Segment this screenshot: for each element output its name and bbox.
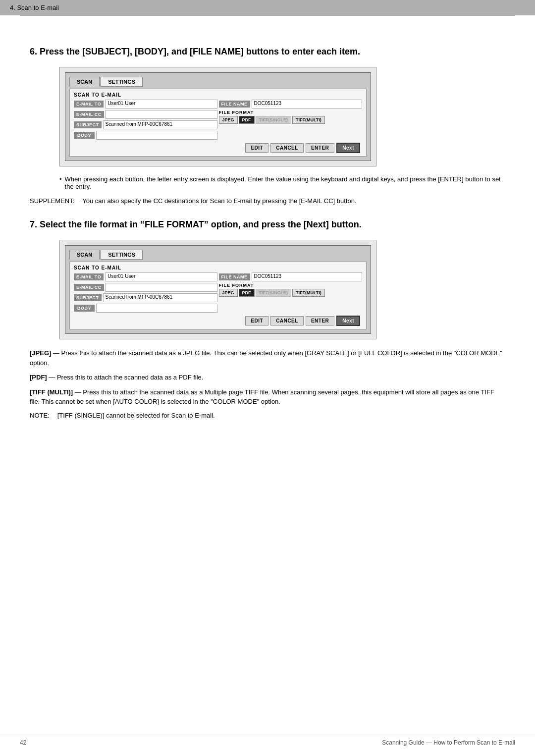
bullet-point-1: •	[59, 175, 62, 190]
step6-form-title: SCAN TO E-MAIL	[74, 92, 362, 98]
pdf-btn-1[interactable]: PDF	[239, 116, 255, 124]
guide-text: Scanning Guide — How to Perform Scan to …	[382, 739, 515, 746]
step7-form-right: FILE NAME DOC051123 FILE FORMAT JPEG PDF…	[219, 272, 363, 313]
step6-form-area: SCAN TO E-MAIL E-MAIL TO User01 User E-M…	[69, 89, 367, 157]
email-to-label-1: E-MAIL TO	[74, 101, 104, 108]
page-number: 42	[20, 739, 26, 746]
step6-tab-row: SCAN SETTINGS	[69, 77, 367, 87]
file-name-input-2[interactable]: DOC051123	[252, 272, 363, 281]
supplement-label: SUPPLEMENT:	[30, 197, 74, 205]
format-buttons-2: JPEG PDF TIFF(SINGLE) TIFF(MULTI)	[219, 289, 363, 297]
subject-row-2: SUBJECT Scanned from MFP-00C67861	[74, 293, 217, 302]
step6-form-left: E-MAIL TO User01 User E-MAIL CC SUBJECT …	[74, 100, 217, 140]
pdf-description: [PDF] — Press this to attach the scanned…	[30, 373, 505, 382]
tiff-text: — Press this to attach the scanned data …	[30, 388, 494, 406]
subject-row-1: SUBJECT Scanned from MFP-00C67861	[74, 120, 217, 129]
tab-settings-1[interactable]: SETTINGS	[101, 77, 143, 87]
next-btn-1[interactable]: Next	[336, 143, 360, 153]
email-cc-input-1[interactable]	[106, 110, 217, 119]
step7-panel-inner: SCAN SETTINGS SCAN TO E-MAIL E-MAIL TO U…	[65, 245, 371, 334]
file-name-label-2: FILE NAME	[219, 273, 250, 280]
file-name-row-1: FILE NAME DOC051123	[219, 100, 363, 108]
subject-input-2[interactable]: Scanned from MFP-00C67861	[103, 293, 217, 302]
file-format-label-1: FILE FORMAT	[219, 110, 363, 115]
tab-settings-2[interactable]: SETTINGS	[101, 250, 143, 260]
step7-form-grid: E-MAIL TO User01 User E-MAIL CC SUBJECT …	[74, 272, 362, 313]
note-label: NOTE:	[30, 412, 50, 419]
body-input-1[interactable]	[96, 131, 217, 140]
step7-panel: SCAN SETTINGS SCAN TO E-MAIL E-MAIL TO U…	[59, 240, 376, 339]
body-label-1: BODY	[74, 132, 95, 139]
step6-form-grid: E-MAIL TO User01 User E-MAIL CC SUBJECT …	[74, 100, 362, 140]
enter-btn-1[interactable]: ENTER	[306, 143, 334, 153]
header-label: 4. Scan to E-mail	[10, 4, 59, 11]
tiff-key: [TIFF (MULTI)]	[30, 388, 73, 396]
step7-tab-row: SCAN SETTINGS	[69, 250, 367, 260]
edit-btn-2[interactable]: EDIT	[245, 316, 268, 325]
format-buttons-1: JPEG PDF TIFF(SINGLE) TIFF(MULTI)	[219, 116, 363, 124]
bullet-text-1: When pressing each button, the letter en…	[65, 175, 505, 190]
subject-input-1[interactable]: Scanned from MFP-00C67861	[103, 120, 217, 129]
step6-form-right: FILE NAME DOC051123 FILE FORMAT JPEG PDF…	[219, 100, 363, 140]
subject-label-1: SUBJECT	[74, 121, 102, 128]
file-format-section-2: FILE FORMAT JPEG PDF TIFF(SINGLE) TIFF(M…	[219, 283, 363, 297]
step7-form-area: SCAN TO E-MAIL E-MAIL TO User01 User E-M…	[69, 262, 367, 329]
header-bar: 4. Scan to E-mail	[0, 0, 535, 15]
body-row-2: BODY	[74, 304, 217, 313]
edit-btn-1[interactable]: EDIT	[245, 143, 268, 153]
email-to-label-2: E-MAIL TO	[74, 273, 104, 280]
cancel-btn-2[interactable]: CANCEL	[270, 316, 304, 325]
top-divider	[20, 15, 515, 16]
jpeg-description: [JPEG] — Press this to attach the scanne…	[30, 348, 505, 368]
tiff-multi-btn-2[interactable]: TIFF(MULTI)	[292, 289, 325, 297]
step7-form-title: SCAN TO E-MAIL	[74, 265, 362, 270]
step6-panel: SCAN SETTINGS SCAN TO E-MAIL E-MAIL TO U…	[59, 67, 376, 166]
step7-heading: 7. Select the file format in “FILE FORMA…	[30, 218, 505, 231]
main-content: 6. Press the [SUBJECT], [BODY], and [FIL…	[0, 31, 535, 449]
supplement-block: SUPPLEMENT: You can also specify the CC …	[30, 197, 505, 205]
jpeg-btn-1[interactable]: JPEG	[219, 116, 238, 124]
tiff-single-btn-1[interactable]: TIFF(SINGLE)	[256, 116, 292, 124]
file-format-section-1: FILE FORMAT JPEG PDF TIFF(SINGLE) TIFF(M…	[219, 110, 363, 124]
pdf-key: [PDF]	[30, 374, 47, 381]
tab-scan-1[interactable]: SCAN	[69, 77, 100, 87]
email-cc-label-2: E-MAIL CC	[74, 284, 104, 291]
cancel-btn-1[interactable]: CANCEL	[270, 143, 304, 153]
file-name-input-1[interactable]: DOC051123	[252, 100, 363, 108]
step6-heading: 6. Press the [SUBJECT], [BODY], and [FIL…	[30, 46, 505, 58]
pdf-text: — Press this to attach the scanned data …	[49, 374, 203, 381]
next-btn-2[interactable]: Next	[336, 316, 360, 326]
email-cc-input-2[interactable]	[106, 283, 217, 292]
enter-btn-2[interactable]: ENTER	[306, 316, 334, 325]
email-to-input-1[interactable]: User01 User	[105, 100, 217, 108]
email-to-row-1: E-MAIL TO User01 User	[74, 100, 217, 108]
jpeg-btn-2[interactable]: JPEG	[219, 289, 238, 297]
tiff-description: [TIFF (MULTI)] — Press this to attach th…	[30, 387, 505, 407]
step7-form-left: E-MAIL TO User01 User E-MAIL CC SUBJECT …	[74, 272, 217, 313]
tiff-multi-btn-1[interactable]: TIFF(MULTI)	[292, 116, 325, 124]
email-to-input-2[interactable]: User01 User	[105, 272, 217, 281]
body-row-1: BODY	[74, 131, 217, 140]
note-block: NOTE: [TIFF (SINGLE)] cannot be selected…	[30, 412, 505, 419]
step6-panel-inner: SCAN SETTINGS SCAN TO E-MAIL E-MAIL TO U…	[65, 72, 371, 161]
file-name-row-2: FILE NAME DOC051123	[219, 272, 363, 281]
step7-action-row: EDIT CANCEL ENTER Next	[74, 316, 362, 326]
email-to-row-2: E-MAIL TO User01 User	[74, 272, 217, 281]
email-cc-row-1: E-MAIL CC	[74, 110, 217, 119]
supplement-text: You can also specify the CC destinations…	[82, 197, 356, 205]
email-cc-row-2: E-MAIL CC	[74, 283, 217, 292]
email-cc-label-1: E-MAIL CC	[74, 111, 104, 118]
step6-bullet: • When pressing each button, the letter …	[59, 175, 505, 190]
note-text: [TIFF (SINGLE)] cannot be selected for S…	[57, 412, 215, 419]
body-input-2[interactable]	[96, 304, 217, 313]
step6-action-row: EDIT CANCEL ENTER Next	[74, 143, 362, 153]
body-label-2: BODY	[74, 305, 95, 312]
tiff-single-btn-2[interactable]: TIFF(SINGLE)	[256, 289, 292, 297]
page-footer: 42 Scanning Guide — How to Perform Scan …	[0, 735, 535, 746]
jpeg-key: [JPEG]	[30, 349, 51, 357]
file-name-label-1: FILE NAME	[219, 101, 250, 108]
file-format-label-2: FILE FORMAT	[219, 283, 363, 288]
subject-label-2: SUBJECT	[74, 294, 102, 301]
pdf-btn-2[interactable]: PDF	[239, 289, 255, 297]
tab-scan-2[interactable]: SCAN	[69, 250, 100, 260]
